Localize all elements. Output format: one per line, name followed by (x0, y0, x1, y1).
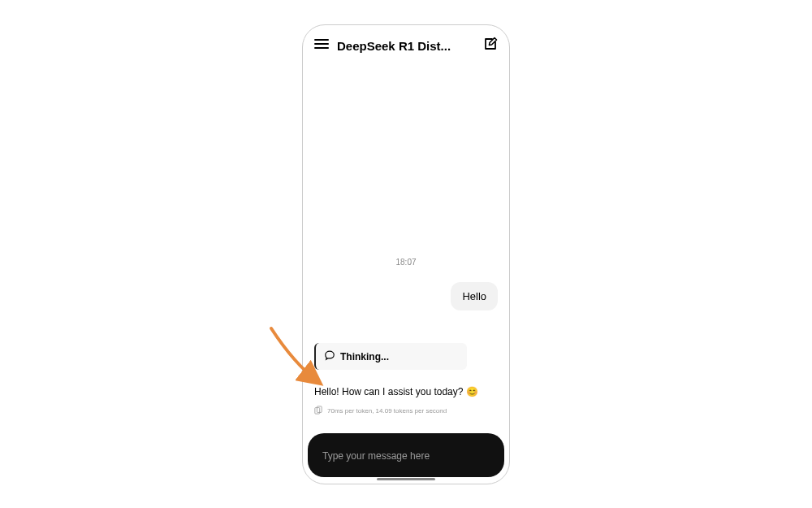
hamburger-icon[interactable] (314, 38, 329, 53)
thinking-indicator[interactable]: Thinking... (314, 343, 467, 370)
phone-frame: DeepSeek R1 Dist... 18:07 Hello Thinking… (302, 24, 510, 484)
assistant-message: Hello! How can I assist you today? 😊 (314, 386, 498, 398)
page-title: DeepSeek R1 Dist... (337, 39, 475, 53)
input-placeholder: Type your message here (322, 450, 430, 462)
home-indicator (377, 478, 435, 480)
compose-icon[interactable] (483, 37, 498, 54)
message-input[interactable]: Type your message here (308, 433, 504, 477)
copy-icon[interactable] (314, 406, 322, 416)
speech-bubble-icon (324, 350, 335, 363)
message-meta: 70ms per token, 14.09 tokens per second (314, 406, 498, 416)
token-stats: 70ms per token, 14.09 tokens per second (327, 407, 447, 415)
user-message-text: Hello (462, 290, 486, 302)
app-header: DeepSeek R1 Dist... (303, 25, 509, 63)
thinking-label: Thinking... (340, 351, 389, 363)
chat-body: 18:07 Hello Thinking... Hello! How can I… (303, 63, 509, 433)
user-message-bubble: Hello (451, 282, 498, 310)
timestamp: 18:07 (303, 258, 509, 267)
